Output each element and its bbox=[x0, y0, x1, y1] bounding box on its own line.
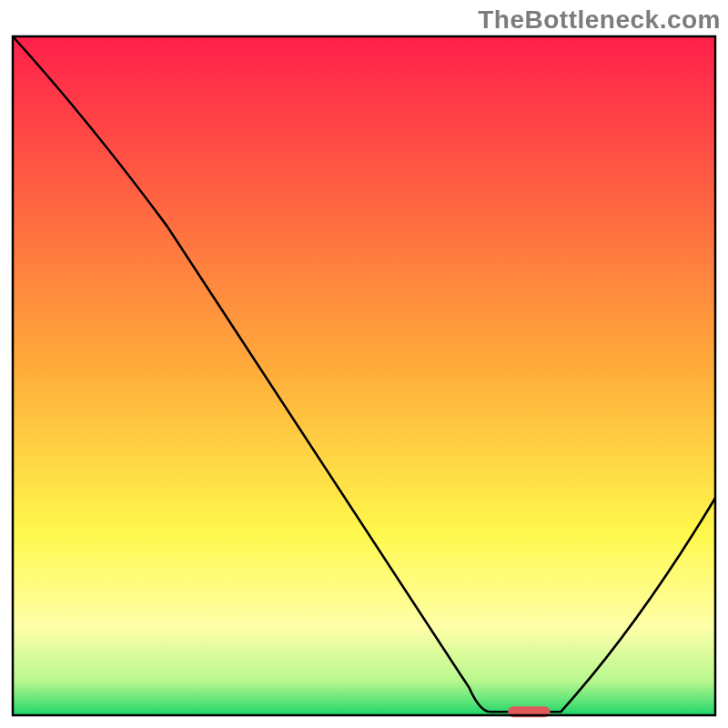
chart-svg bbox=[0, 0, 728, 728]
plot-background bbox=[13, 36, 715, 715]
watermark-text: TheBottleneck.com bbox=[478, 5, 721, 35]
bottleneck-chart: TheBottleneck.com bbox=[0, 0, 728, 728]
